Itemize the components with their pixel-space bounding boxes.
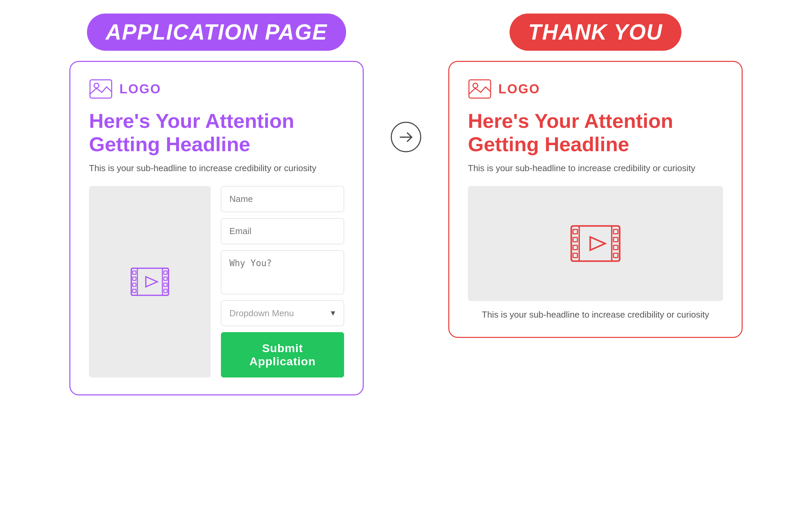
dropdown-wrapper: Dropdown Menu ▼ [221,300,344,326]
svg-point-16 [473,83,478,88]
thank-you-page-column: THANK YOU LOGO Here's Your Attention Get… [448,14,743,338]
app-video-icon [130,265,170,299]
app-form-fields: Dropdown Menu ▼ Submit Application [221,186,344,377]
svg-rect-3 [131,268,137,295]
app-video-placeholder [89,186,211,377]
svg-marker-13 [146,277,157,287]
arrow-right-icon [399,130,414,145]
ty-video-sub-text: This is your sub-headline to increase cr… [468,309,723,320]
ty-video-icon [568,222,623,266]
ty-headline: Here's Your Attention Getting Headline [468,109,723,156]
ty-logo-text: LOGO [498,82,540,96]
svg-rect-24 [613,230,618,234]
dropdown-menu[interactable]: Dropdown Menu [221,300,344,326]
svg-rect-5 [133,271,136,274]
thank-you-page-badge: THANK YOU [510,14,681,51]
svg-rect-9 [164,271,167,274]
app-headline: Here's Your Attention Getting Headline [89,109,344,156]
submit-button[interactable]: Submit Application [221,332,344,377]
svg-rect-22 [573,246,578,250]
svg-rect-12 [164,289,167,293]
application-page-card: LOGO Here's Your Attention Getting Headl… [69,61,364,395]
svg-rect-7 [133,283,136,286]
svg-rect-26 [613,246,618,250]
app-logo-icon [89,79,113,99]
svg-marker-28 [590,237,605,250]
app-logo-area: LOGO [89,79,344,99]
svg-rect-6 [133,277,136,280]
svg-rect-20 [573,230,578,234]
name-input[interactable] [221,186,344,212]
svg-rect-17 [571,226,620,261]
svg-rect-21 [573,237,578,242]
arrow-connector [391,122,421,152]
svg-rect-8 [133,289,136,293]
svg-rect-23 [573,253,578,258]
thank-you-page-card: LOGO Here's Your Attention Getting Headl… [448,61,743,338]
ty-sub-headline: This is your sub-headline to increase cr… [468,162,723,174]
svg-rect-18 [571,226,579,261]
arrow-circle [391,122,421,152]
svg-rect-10 [164,277,167,280]
ty-video-placeholder [468,186,723,301]
ty-logo-area: LOGO [468,79,723,99]
svg-rect-25 [613,237,618,242]
email-input[interactable] [221,218,344,244]
svg-rect-27 [613,253,618,258]
application-page-badge: APPLICATION PAGE [87,14,346,51]
svg-rect-4 [162,268,168,295]
svg-point-1 [94,83,99,88]
why-textarea[interactable] [221,250,344,294]
application-page-column: APPLICATION PAGE LOGO Here's Your Attent… [69,14,364,395]
svg-rect-11 [164,283,167,286]
ty-logo-icon [468,79,492,99]
app-form-layout: Dropdown Menu ▼ Submit Application [89,186,344,377]
svg-rect-19 [612,226,619,261]
app-sub-headline: This is your sub-headline to increase cr… [89,162,344,174]
main-layout: APPLICATION PAGE LOGO Here's Your Attent… [20,14,792,395]
app-logo-text: LOGO [119,82,161,96]
